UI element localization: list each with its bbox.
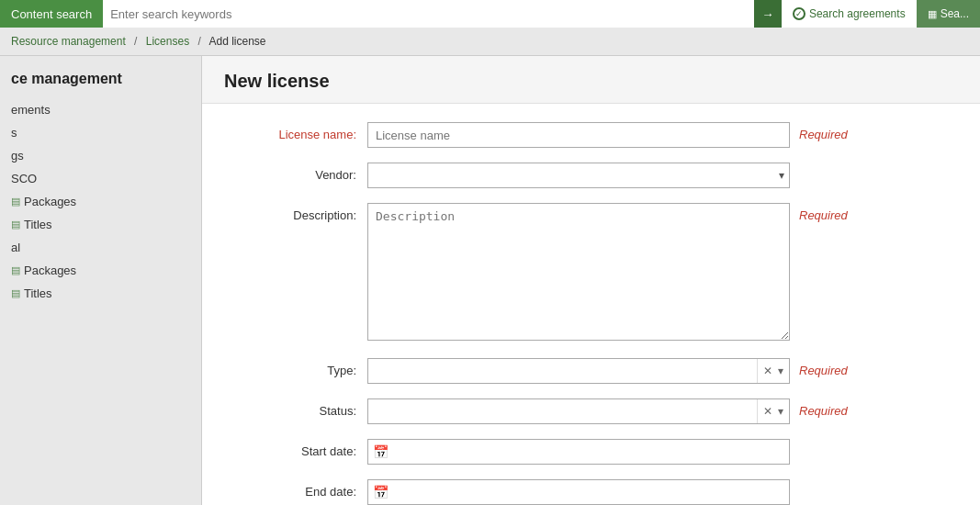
breadcrumb-licenses[interactable]: Licenses — [146, 35, 189, 48]
status-row: Status: ✕ ▾ Required — [239, 398, 943, 424]
status-combo-buttons: ✕ ▾ — [757, 399, 789, 423]
sidebar-item-sco-label: SCO — [11, 172, 37, 185]
status-chevron-icon[interactable]: ▾ — [776, 404, 785, 419]
sidebar-item-titles-1[interactable]: ▤ Titles — [0, 213, 201, 236]
license-name-required: Required — [790, 122, 848, 141]
sidebar-item-sco[interactable]: SCO — [0, 167, 201, 190]
sidebar-item-s[interactable]: s — [0, 121, 201, 144]
end-date-input[interactable] — [367, 479, 790, 505]
status-clear-button[interactable]: ✕ — [761, 404, 774, 419]
breadcrumb-sep-1: / — [134, 35, 137, 48]
type-chevron-icon[interactable]: ▾ — [776, 364, 785, 378]
type-combo-buttons: ✕ ▾ — [757, 359, 789, 383]
license-name-field — [367, 122, 790, 148]
description-label: Description: — [239, 203, 367, 222]
sidebar-item-gs-label: gs — [11, 149, 24, 163]
description-textarea[interactable] — [367, 203, 790, 341]
license-form: License name: Required Vendor: ▾ — [202, 104, 980, 505]
description-row: Description: Required — [239, 203, 943, 343]
status-field: ✕ ▾ — [367, 398, 790, 424]
sidebar-item-titles-1-label: Titles — [24, 218, 52, 231]
end-date-calendar-icon[interactable]: 📅 — [373, 485, 389, 499]
start-date-input[interactable] — [367, 439, 790, 465]
end-date-row: End date: 📅 — [239, 479, 943, 505]
sidebar-item-ements[interactable]: ements — [0, 98, 201, 121]
resources-icon: ▦ — [928, 8, 937, 20]
type-clear-button[interactable]: ✕ — [761, 364, 774, 378]
status-label: Status: — [239, 398, 367, 418]
status-required: Required — [790, 398, 848, 418]
sidebar-item-s-label: s — [11, 126, 17, 140]
type-label: Type: — [239, 358, 367, 377]
vendor-label: Vendor: — [239, 163, 367, 182]
license-name-label: License name: — [239, 122, 367, 141]
vendor-select-wrapper: ▾ — [367, 163, 790, 188]
search-go-button[interactable]: → — [754, 0, 782, 28]
start-date-field: 📅 — [367, 439, 790, 465]
start-date-label: Start date: — [239, 439, 367, 458]
sidebar: ce management ements s gs SCO ▤ Packages… — [0, 56, 202, 505]
start-date-row: Start date: 📅 — [239, 439, 943, 465]
top-bar: Content search → ✓ Search agreements ▦ S… — [0, 0, 980, 28]
agreement-icon: ✓ — [793, 7, 805, 20]
type-input[interactable] — [368, 359, 757, 383]
sidebar-item-titles-2-label: Titles — [24, 286, 52, 300]
sidebar-item-packages-2-label: Packages — [24, 264, 76, 277]
type-combo: ✕ ▾ — [367, 358, 790, 384]
sidebar-item-ements-label: ements — [11, 103, 51, 117]
search-agreements-button[interactable]: ✓ Search agreements — [782, 0, 917, 28]
vendor-row: Vendor: ▾ — [239, 163, 943, 188]
page-title: New license — [202, 56, 980, 104]
license-name-input[interactable] — [367, 122, 790, 148]
sidebar-item-titles-2[interactable]: ▤ Titles — [0, 282, 201, 305]
end-date-wrapper: 📅 — [367, 479, 790, 505]
breadcrumb: Resource management / Licenses / Add lic… — [0, 28, 980, 56]
status-input[interactable] — [368, 399, 757, 423]
end-date-field: 📅 — [367, 479, 790, 505]
start-date-calendar-icon[interactable]: 📅 — [373, 444, 389, 459]
vendor-field: ▾ — [367, 163, 790, 188]
titles-icon-1: ▤ — [11, 219, 20, 230]
sidebar-item-al[interactable]: al — [0, 236, 201, 259]
description-field — [367, 203, 790, 343]
end-date-label: End date: — [239, 479, 367, 499]
search-input[interactable] — [103, 0, 754, 28]
sidebar-item-gs[interactable]: gs — [0, 144, 201, 167]
sidebar-title: ce management — [0, 56, 201, 98]
description-required: Required — [790, 203, 848, 222]
search-resources-button[interactable]: ▦ Sea... — [917, 0, 980, 28]
package-icon-1: ▤ — [11, 196, 20, 208]
package-icon-2: ▤ — [11, 264, 20, 276]
status-combo: ✕ ▾ — [367, 398, 790, 424]
breadcrumb-resource-management[interactable]: Resource management — [11, 35, 126, 48]
breadcrumb-current: Add license — [209, 35, 266, 48]
type-row: Type: ✕ ▾ Required — [239, 358, 943, 384]
type-field: ✕ ▾ — [367, 358, 790, 384]
start-date-wrapper: 📅 — [367, 439, 790, 465]
main-layout: ce management ements s gs SCO ▤ Packages… — [0, 56, 980, 505]
type-required: Required — [790, 358, 848, 377]
content-area: New license License name: Required Vendo… — [202, 56, 980, 505]
sidebar-item-packages-2[interactable]: ▤ Packages — [0, 259, 201, 282]
breadcrumb-sep-2: / — [197, 35, 200, 48]
sidebar-item-packages-1[interactable]: ▤ Packages — [0, 190, 201, 213]
sidebar-item-packages-1-label: Packages — [24, 195, 76, 208]
titles-icon-2: ▤ — [11, 287, 20, 299]
content-search-button[interactable]: Content search — [0, 0, 103, 28]
vendor-select[interactable] — [367, 163, 790, 188]
sidebar-item-al-label: al — [11, 241, 20, 254]
license-name-row: License name: Required — [239, 122, 943, 148]
